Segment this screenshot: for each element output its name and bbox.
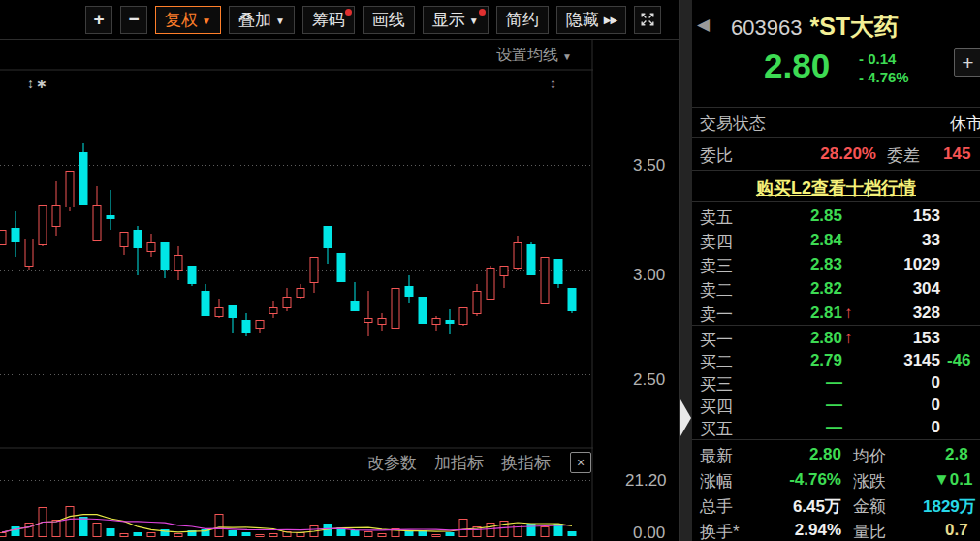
level-price[interactable]: 2.84 [692,231,842,250]
quote-panel: ◀ 603963*ST大药 2.80 - 0.14 - 4.76% + 交易状态… [692,0,980,541]
level-price[interactable]: 2.81 [692,303,842,323]
stock-title: 603963*ST大药 [731,11,899,43]
stat-value: 2.94% [735,521,841,540]
chart-toolbar: +−复权▼叠加▼筹码画线显示▼简约隐藏▶▶ [0,0,679,40]
indicator-action-加指标[interactable]: 加指标 [434,452,484,474]
level-price[interactable]: 2.85 [692,207,842,226]
level-quantity: 153 [847,207,940,226]
level-quantity: 328 [847,303,940,323]
volume-bar-down [405,531,414,536]
level-price[interactable]: 2.79 [692,351,842,370]
volume-bar-up [378,534,386,537]
volume-bar-up [297,533,304,537]
toolbar-button-label: 复权 [165,9,198,31]
candle-body-up [473,292,481,314]
candle-body-up [378,319,386,325]
candle-body-down [12,228,20,242]
zoom-in-button[interactable]: + [85,6,112,34]
volume-bar-down [134,532,142,536]
trading-status-value: 休市 [950,112,980,135]
volume-bar-down [351,530,360,536]
volume-bar-up [364,532,372,537]
buy-l2-link[interactable]: 购买L2查看十档行情 [756,178,916,198]
candle-body-up [52,206,60,227]
level-price[interactable]: 2.80 [692,329,842,348]
chevron-down-icon: ▼ [202,16,211,26]
weibi-row: 委比 28.20% 委差 145 [692,144,980,170]
candle-body-up [120,233,128,247]
toolbar-button-显示[interactable]: 显示▼ [423,6,489,34]
trading-status-row: 交易状态 休市 [692,112,980,138]
stat-value: 6.45万 [735,495,841,518]
order-book-row-卖三: 卖三2.831029 [692,255,980,278]
candle-body-up [256,321,264,329]
back-arrow-icon[interactable]: ◀ [697,15,710,35]
fullscreen-button[interactable] [634,6,661,34]
order-book-row-买二: 买二2.793145-46 [692,351,980,374]
indicator-action-换指标[interactable]: 换指标 [501,452,551,474]
toolbar-button-label: 简约 [506,9,539,31]
volume-bar-up [174,534,182,537]
candle-body-up [0,231,6,245]
candle-body-up [432,319,440,325]
candle-body-up [93,206,101,241]
chevron-down-icon: ▼ [469,16,479,26]
volume-bar-down [107,528,115,536]
stat-row: 涨幅-4.76%涨跌▼0.1 [692,470,980,494]
candle-body-down [405,286,414,297]
price-axis-label: 2.50 [633,370,665,390]
candle-body-down [568,288,577,311]
toolbar-button-筹码[interactable]: 筹码 [302,6,355,34]
app-window: { "toolbar": { "zoom_in": "+", "zoom_out… [0,0,980,541]
candle-body-up [487,269,494,300]
level-price[interactable]: 2.83 [692,255,842,274]
level-quantity: 3145 [847,351,940,370]
volume-bar-up [120,534,128,537]
volume-bar-down [446,532,455,536]
divider [692,439,980,440]
zoom-out-button[interactable]: − [120,6,147,34]
candle-body-up [283,298,291,308]
indicator-action-改参数[interactable]: 改参数 [367,452,417,474]
toolbar-button-画线[interactable]: 画线 [363,6,415,34]
toolbar-button-简约[interactable]: 简约 [496,6,549,34]
level-price[interactable]: — [692,373,842,393]
candle-body-up [364,319,372,323]
indicator-toolbar: 改参数加指标换指标× [0,450,593,475]
expand-arrows-icon [639,11,656,28]
price-axis-label: 3.50 [633,156,665,175]
level-price[interactable]: — [692,418,842,437]
volume-bar-down [229,530,237,536]
close-indicator-button[interactable]: × [570,452,591,473]
candle-body-up [500,267,508,276]
stock-name: *ST大药 [809,13,899,40]
add-to-watchlist-button[interactable]: + [954,48,980,77]
stat-value: 1829万 [923,495,976,518]
toolbar-button-叠加[interactable]: 叠加▼ [229,6,295,34]
candle-body-up [174,256,182,270]
volume-bar-up [93,524,101,537]
volume-bar-up [432,535,440,537]
level-price[interactable]: — [692,396,842,415]
level-price[interactable]: 2.82 [692,279,842,299]
divider [692,107,980,108]
divider [692,137,980,138]
volume-bar-up [269,534,277,537]
candle-body-down [242,320,251,333]
order-book-row-买三: 买三—0 [692,373,980,397]
candle-body-down [527,244,536,275]
volume-bar-up [147,533,155,537]
candle-body-down [337,253,346,282]
stat-label: 涨跌 [853,470,886,493]
panel-splitter[interactable] [679,0,692,541]
toolbar-button-隐藏[interactable]: 隐藏▶▶ [556,6,626,34]
candle-body-down [554,259,563,284]
volume-bar-down [527,524,536,536]
notification-dot-icon [479,9,486,16]
order-book-row-买五: 买五—0 [692,418,980,441]
candle-body-down [161,242,170,270]
toolbar-button-复权[interactable]: 复权▼ [155,6,221,34]
collapse-panel-arrow-icon[interactable] [680,399,691,436]
candle-body-down [324,226,332,248]
toolbar-button-label: 画线 [372,9,405,31]
